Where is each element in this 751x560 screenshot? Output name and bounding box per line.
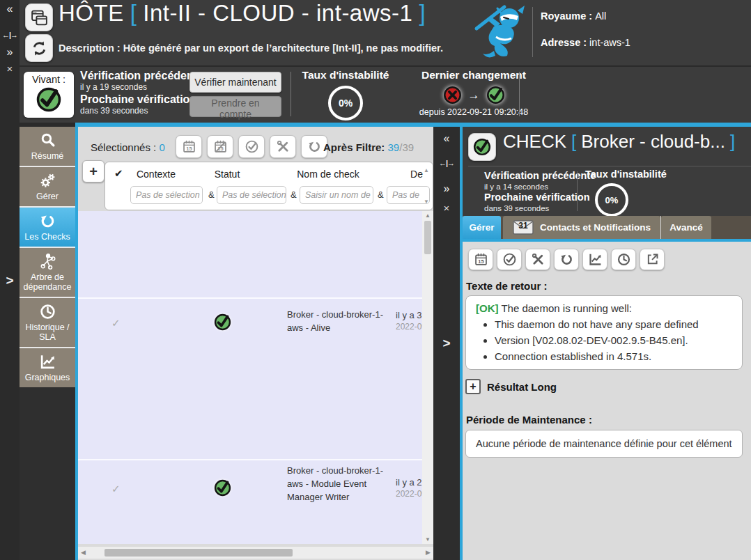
- check-circle-icon: [245, 139, 259, 154]
- status-divider: [519, 72, 520, 116]
- detail-tabs: Gérer31Contacts et NotificationsAvancé: [463, 216, 751, 239]
- check-circle-button[interactable]: [238, 135, 265, 158]
- instability-gauge: 0%: [328, 86, 363, 120]
- scroll-up-icon[interactable]: ▲: [422, 212, 433, 219]
- undo-icon: [307, 139, 322, 154]
- expand-long-result-button[interactable]: +: [465, 379, 481, 394]
- undo-button[interactable]: [554, 249, 579, 270]
- expand-right-icon[interactable]: »: [433, 182, 460, 195]
- sidebar-menu-container: RésuméGérerLes ChecksArbre de dépendance…: [20, 127, 75, 560]
- calendar-off-button[interactable]: 15: [207, 135, 233, 158]
- calendar-off-icon: 15: [213, 139, 228, 154]
- app-logo[interactable]: [471, 2, 529, 62]
- sidebar-item-resume[interactable]: Résumé: [20, 127, 75, 166]
- tab-gerer[interactable]: Gérer: [463, 216, 501, 239]
- sidebar-item-historique-sla[interactable]: Historique / SLA: [20, 298, 75, 347]
- check-status-button[interactable]: [468, 133, 496, 161]
- status-divider: [291, 72, 291, 116]
- header-scroll-down-icon[interactable]: ▼: [424, 199, 429, 205]
- resize-horizontal-icon[interactable]: ←|→: [0, 31, 20, 39]
- chart-button[interactable]: [582, 249, 607, 270]
- statut-filter-select[interactable]: Pas de sélection▾: [217, 186, 286, 204]
- liveness-label: Vivant :: [24, 74, 74, 85]
- maintenance-label: Période de Maintenance :: [466, 414, 592, 426]
- checks-table-header: ✔ Contexte Statut Nom de check De Pas de…: [104, 162, 433, 210]
- sidebar-item-les-checks[interactable]: Les Checks: [20, 208, 75, 247]
- ninja-logo-icon: [471, 2, 529, 62]
- expand-right-icon[interactable]: »: [0, 46, 20, 59]
- horizontal-scroll-thumb[interactable]: [104, 549, 293, 557]
- checks-panel: Sélectionnés : 0 1515 Après Filtre: 39/3…: [78, 127, 433, 560]
- table-row[interactable]: ✓Broker - cloud-broker-1-aws - Module Ev…: [78, 459, 422, 560]
- check-name-filter-input[interactable]: Saisir un nom de check: [300, 186, 373, 204]
- open-panel-icon[interactable]: >: [433, 336, 460, 351]
- check-circle-button[interactable]: [497, 249, 522, 270]
- resize-horizontal-icon[interactable]: ←|→: [433, 159, 460, 167]
- maintenance-box: Aucune période de maintenance définie po…: [465, 430, 743, 458]
- contexte-filter-select[interactable]: Pas de sélection▾: [130, 186, 203, 204]
- tools-button[interactable]: [270, 135, 296, 158]
- external-link-button[interactable]: [640, 249, 665, 270]
- vertical-scroll-thumb[interactable]: [424, 221, 431, 254]
- tab-contacts-et-notifications[interactable]: 31Contacts et Notifications: [503, 216, 660, 239]
- address-row: Adresse :int-aws-1: [541, 37, 630, 48]
- scroll-down-icon[interactable]: ▼: [422, 536, 433, 543]
- sidebar-menu: RésuméGérerLes ChecksArbre de dépendance…: [20, 127, 75, 387]
- table-row[interactable]: ✓Broker - cloud-broker-1-aws - Aliveil y…: [78, 297, 422, 459]
- status-ok-icon: [472, 137, 492, 157]
- close-icon[interactable]: ×: [433, 202, 460, 214]
- sidebar-item-arbre-de-dependance[interactable]: Arbre de dépendance: [20, 248, 75, 297]
- tools-button[interactable]: [525, 249, 550, 270]
- chart-icon: [21, 353, 74, 371]
- select-all-check-icon[interactable]: ✔: [114, 167, 123, 180]
- page-title: HÔTE[Int-II - CLOUD - int-aws-1]: [59, 0, 432, 26]
- scroll-left-icon[interactable]: ◀: [81, 549, 86, 556]
- header-scroll-up-icon[interactable]: ▲: [424, 167, 429, 173]
- refresh-button[interactable]: [25, 34, 53, 62]
- selected-count-label: Sélectionnés : 0: [91, 141, 165, 153]
- calendar-15-button[interactable]: 15: [176, 135, 202, 158]
- clock-button[interactable]: [611, 249, 636, 270]
- check-times: Vérification précédente il y a 14 second…: [484, 170, 596, 213]
- bracket-close: ]: [419, 0, 426, 26]
- horizontal-scrollbar: ◀ ▶: [78, 547, 433, 559]
- check-now-button[interactable]: Vérifier maintenant: [189, 72, 281, 93]
- vertical-scrollbar: ▲ ▼: [422, 211, 433, 544]
- tools-icon: [276, 139, 291, 154]
- address-value: int-aws-1: [589, 37, 630, 48]
- tab-label: Gérer: [469, 222, 494, 233]
- scroll-right-icon[interactable]: ▶: [426, 549, 431, 556]
- sidebar-item-gerer[interactable]: Gérer: [20, 167, 75, 206]
- undo-icon: [559, 252, 574, 267]
- detail-content: 15 Texte de retour : [OK] The daemon is …: [463, 242, 751, 560]
- sidebar-item-label: Arbre de dépendance: [21, 272, 74, 292]
- row-selected-check-icon[interactable]: ✓: [111, 483, 121, 495]
- status-ok-icon: [35, 86, 63, 114]
- collapse-left-icon[interactable]: «: [433, 132, 460, 145]
- acknowledge-button[interactable]: Prendre en compte: [189, 96, 281, 117]
- column-header-contexte: Contexte: [137, 169, 176, 180]
- sidebar-item-label: Résumé: [21, 151, 74, 161]
- check-header: CHECK[Broker - cloud-b...] Vérification …: [463, 127, 751, 216]
- detail-panel: CHECK[Broker - cloud-b...] Vérification …: [463, 127, 751, 560]
- open-panel-icon[interactable]: >: [0, 273, 20, 288]
- checks-table-body: ✓Broker - cloud-broker-1-aws - Aliveil y…: [78, 211, 422, 544]
- sidebar-item-label: Les Checks: [21, 232, 74, 242]
- after-filter-label: Après Filtre: 39/39: [323, 141, 414, 153]
- instability-gauge: 0%: [595, 183, 628, 217]
- status-ok-icon: [213, 479, 232, 497]
- tools-icon: [531, 252, 545, 267]
- sidebar-item-graphiques[interactable]: Graphiques: [20, 348, 75, 387]
- close-icon[interactable]: ×: [0, 63, 20, 75]
- row-selected-check-icon[interactable]: ✓: [111, 317, 121, 329]
- host-icon-button[interactable]: [25, 3, 53, 31]
- detail-toolbar: 15: [468, 249, 665, 270]
- collapse-left-icon[interactable]: «: [0, 3, 20, 15]
- tab-avance[interactable]: Avancé: [661, 216, 711, 239]
- clock-icon: [617, 252, 631, 267]
- calendar-15-button[interactable]: 15: [468, 249, 493, 270]
- envelope-icon: 31: [513, 220, 534, 235]
- add-filter-button[interactable]: +: [82, 160, 104, 182]
- check-circle-icon: [502, 252, 517, 267]
- realm-row: Royaume :All: [541, 10, 606, 22]
